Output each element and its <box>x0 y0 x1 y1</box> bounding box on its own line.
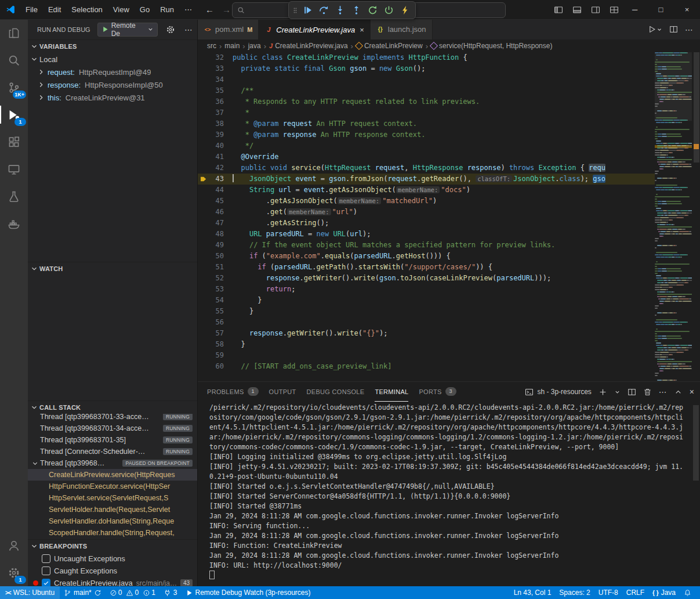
call-stack-thread[interactable]: Thread [qtp399683701-33-acce…RUNNING <box>28 414 197 423</box>
panel-tab-terminal[interactable]: TERMINAL <box>375 382 408 402</box>
breadcrumb-item[interactable]: JCreateLinkPreview.java <box>269 42 348 50</box>
language-mode[interactable]: { } Java <box>648 586 680 599</box>
drag-handle-icon[interactable] <box>292 6 299 15</box>
code-line[interactable]: 34 <box>198 74 655 85</box>
problems-indicator[interactable]: 0 0 1 <box>106 586 159 599</box>
code-line[interactable]: 33 private static final Gson gson = new … <box>198 63 655 74</box>
breakpoint-gutter[interactable] <box>198 218 208 229</box>
maximize-panel-icon[interactable] <box>674 388 683 396</box>
step-out-button[interactable] <box>349 3 364 17</box>
remote-indicator[interactable]: >< WSL: Ubuntu <box>0 586 60 599</box>
kill-terminal-icon[interactable] <box>643 388 652 396</box>
breakpoints-header[interactable]: BREAKPOINTS <box>28 540 197 553</box>
breakpoint-gutter[interactable] <box>198 107 208 118</box>
breakpoint-gutter[interactable] <box>198 52 208 63</box>
breadcrumb-item[interactable]: main <box>224 42 240 50</box>
code-line[interactable]: 44 String url = event.getAsJsonObject(me… <box>198 185 655 196</box>
scope-local[interactable]: Local <box>28 53 197 66</box>
close-panel-icon[interactable]: × <box>690 387 694 396</box>
code-line[interactable]: 38 * @param request An HTTP request cont… <box>198 118 655 129</box>
toggle-secondary-sidebar-icon[interactable] <box>591 5 600 15</box>
breakpoint-gutter[interactable] <box>198 163 208 174</box>
menu-file[interactable]: File <box>20 0 43 19</box>
continue-button[interactable] <box>300 3 315 17</box>
cursor-position[interactable]: Ln 43, Col 1 <box>510 586 556 599</box>
run-java-button[interactable] <box>648 25 662 34</box>
toggle-sidebar-icon[interactable] <box>554 5 563 15</box>
breadcrumb-item[interactable]: service(HttpRequest, HttpResponse) <box>431 42 552 50</box>
call-stack-frame[interactable]: ScopedHandler.handle(String,Request, <box>28 527 197 539</box>
variable-row[interactable]: response:HttpResponseImpl@50 <box>28 78 197 91</box>
breakpoint-gutter[interactable] <box>198 350 208 361</box>
activity-testing[interactable] <box>0 183 28 210</box>
hot-code-replace-button[interactable] <box>398 3 412 17</box>
code-line[interactable]: 55 } <box>198 306 655 317</box>
breakpoint-gutter[interactable] <box>198 328 208 339</box>
menu-selection[interactable]: Selection <box>66 0 107 19</box>
breakpoint-checkbox[interactable] <box>42 579 50 586</box>
breadcrumb-item[interactable]: java <box>248 42 261 50</box>
code-line[interactable]: 35 /** <box>198 85 655 96</box>
breakpoint-gutter[interactable] <box>198 306 208 317</box>
menu-go[interactable]: Go <box>135 0 155 19</box>
breakpoint-gutter[interactable] <box>198 229 208 240</box>
breakpoint-gutter[interactable] <box>198 240 208 251</box>
breakpoint-gutter[interactable] <box>198 74 208 85</box>
menu-view[interactable]: View <box>108 0 135 19</box>
code-line[interactable]: 53 return; <box>198 284 655 295</box>
maximize-button[interactable]: □ <box>648 0 674 19</box>
activity-docker[interactable] <box>0 210 28 237</box>
notifications-bell[interactable] <box>680 586 695 599</box>
watch-header[interactable]: WATCH <box>28 262 197 275</box>
more-actions-icon[interactable]: ⋯ <box>685 25 693 34</box>
terminal-output[interactable]: /pierrick/.m2/repository/io/cloudevents/… <box>198 402 700 586</box>
menu-edit[interactable]: Edit <box>43 0 66 19</box>
breakpoint-gutter[interactable] <box>198 185 208 196</box>
activity-files[interactable] <box>0 19 28 46</box>
breakpoint-row[interactable]: Uncaught Exceptions <box>28 553 197 565</box>
breakpoint-gutter[interactable] <box>198 118 208 129</box>
launch-config-dropdown[interactable]: Remote De <box>97 23 158 37</box>
step-into-button[interactable] <box>333 3 347 17</box>
activity-extensions[interactable] <box>0 128 28 156</box>
chevron-down-icon[interactable] <box>614 389 621 395</box>
tab-CreateLinkPreview.java[interactable]: JCreateLinkPreview.java× <box>259 19 370 39</box>
ports-indicator[interactable]: 3 <box>159 586 182 599</box>
back-button[interactable]: ← <box>205 5 214 15</box>
branch-indicator[interactable]: main* <box>60 586 106 599</box>
breakpoint-gutter[interactable] <box>198 295 208 306</box>
call-stack-thread[interactable]: Thread [qtp39968…PAUSED ON BREAKPOINT <box>28 457 197 469</box>
code-line[interactable]: 49 // If the event object URL matches a … <box>198 240 655 251</box>
variable-row[interactable]: request:HttpRequestImpl@49 <box>28 66 197 78</box>
breakpoint-gutter[interactable] <box>198 284 208 295</box>
code-line[interactable]: 46 .get(memberName:"url") <box>198 207 655 218</box>
breakpoint-gutter[interactable] <box>198 361 208 372</box>
activity-remote-explorer[interactable] <box>0 156 28 183</box>
call-stack-frame[interactable]: ServletHandler.doHandle(String,Reque <box>28 515 197 527</box>
call-stack-frame[interactable]: HttpFunctionExecutor.service(HttpSer <box>28 481 197 492</box>
split-editor-icon[interactable] <box>669 25 678 34</box>
panel-tab-ports[interactable]: PORTS3 <box>419 382 456 402</box>
breakpoint-gutter[interactable] <box>198 151 208 163</box>
terminal-scrollbar[interactable] <box>693 405 699 481</box>
activity-search[interactable] <box>0 46 28 74</box>
more-actions-icon[interactable]: ⋯ <box>184 25 193 34</box>
activity-debug[interactable]: 1 <box>0 101 28 128</box>
variables-header[interactable]: VARIABLES <box>28 40 197 53</box>
encoding[interactable]: UTF-8 <box>594 586 622 599</box>
tab-pom.xml[interactable]: <>pom.xmlM <box>198 19 259 39</box>
split-terminal-icon[interactable] <box>628 388 636 396</box>
breakpoint-gutter[interactable] <box>198 196 208 207</box>
panel-tab-debug-console[interactable]: DEBUG CONSOLE <box>307 382 365 402</box>
breakpoint-gutter[interactable] <box>198 317 208 328</box>
minimap[interactable] <box>655 52 692 381</box>
customize-layout-icon[interactable] <box>610 5 619 15</box>
breakpoint-gutter[interactable] <box>198 129 208 140</box>
forward-button[interactable]: → <box>222 5 231 15</box>
step-over-button[interactable] <box>317 3 331 17</box>
breakpoint-gutter[interactable] <box>198 96 208 107</box>
code-line[interactable]: 40 */ <box>198 140 655 151</box>
breakpoint-gutter[interactable] <box>198 251 208 262</box>
code-line[interactable]: 43 JsonObject event = gson.fromJson(requ… <box>198 174 655 185</box>
call-stack-thread[interactable]: Thread [Connector-Scheduler-…RUNNING <box>28 446 197 457</box>
